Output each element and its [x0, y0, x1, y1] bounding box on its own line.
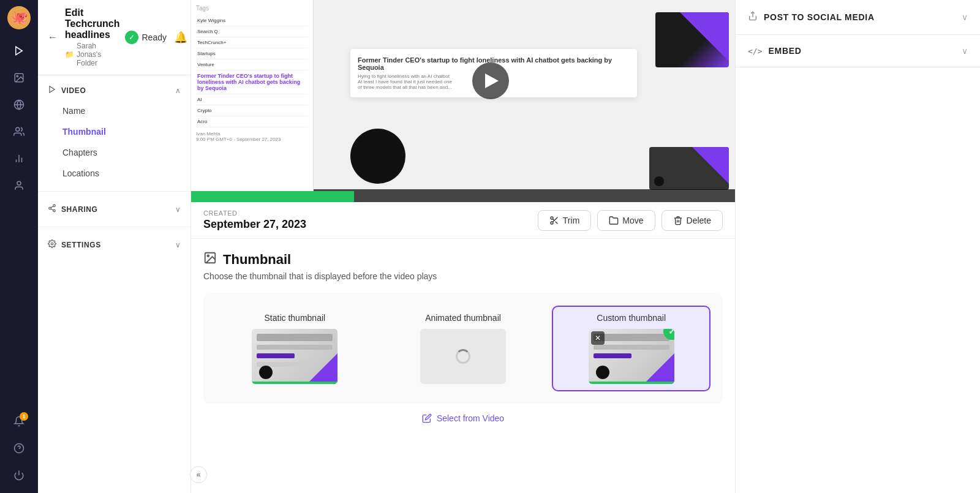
- custom-thumb-remove-button[interactable]: ✕: [591, 331, 605, 345]
- move-label: Move: [622, 216, 643, 225]
- svg-line-18: [51, 206, 53, 208]
- sidebar-icon-chart[interactable]: [7, 147, 31, 170]
- custom-thumbnail-option[interactable]: Custom thumbnail: [552, 306, 710, 391]
- thumbnail-subtitle: Choose the thumbnail that is displayed b…: [203, 271, 723, 281]
- static-thumbnail-preview: [252, 329, 337, 384]
- thumbnail-header: Thumbnail: [203, 251, 723, 268]
- sidebar-icon-power[interactable]: [7, 464, 31, 487]
- animated-thumbnail-label: Animated thumbnail: [425, 313, 501, 323]
- custom-thumbnail-preview: ✕ ✓: [589, 329, 674, 384]
- nav-item-locations[interactable]: Locations: [38, 163, 190, 184]
- folder-info: 📁 Sarah Jonas's Folder: [65, 42, 120, 67]
- nav-item-chapters[interactable]: Chapters: [38, 142, 190, 163]
- svg-marker-13: [50, 86, 55, 93]
- select-from-video-button[interactable]: Select from Video: [203, 404, 723, 433]
- svg-point-20: [551, 217, 553, 219]
- embed-chevron: ∨: [962, 46, 968, 56]
- created-date: September 27, 2023: [203, 218, 306, 231]
- svg-point-16: [53, 209, 56, 212]
- svg-point-26: [207, 255, 209, 257]
- settings-section-chevron: ∨: [175, 241, 181, 249]
- svg-point-2: [17, 75, 18, 77]
- sharing-section-label: SHARING: [61, 205, 98, 214]
- video-preview-area: Tags Kyle Wiggins Search Q TechCrunch+ S…: [191, 0, 735, 202]
- sharing-section-header[interactable]: SHARING ∨: [38, 199, 190, 219]
- static-thumbnail-option[interactable]: Static thumbnail: [216, 306, 374, 391]
- custom-circle: [596, 366, 609, 379]
- settings-section-icon: [48, 239, 56, 250]
- trim-button[interactable]: Trim: [538, 210, 591, 231]
- sidebar-icon-image[interactable]: [7, 66, 31, 89]
- thumbnail-section: Thumbnail Choose the thumbnail that is d…: [191, 239, 735, 493]
- static-thumbnail-label: Static thumbnail: [265, 313, 326, 323]
- trim-label: Trim: [563, 216, 579, 225]
- video-timeline[interactable]: [191, 191, 735, 202]
- custom-thumbnail-label: Custom thumbnail: [597, 313, 666, 323]
- sidebar-icon-person[interactable]: [7, 174, 31, 197]
- svg-line-24: [552, 219, 554, 220]
- embed-row[interactable]: </> EMBED ∨: [736, 35, 980, 67]
- video-article-preview: [655, 12, 729, 67]
- video-section-header[interactable]: VIDEO ∧: [38, 80, 190, 100]
- sidebar-icon-help[interactable]: [7, 437, 31, 460]
- post-social-icon: [748, 11, 758, 23]
- page-title: Edit Techcrunch headlines: [65, 7, 120, 40]
- ready-label: Ready: [142, 32, 167, 42]
- embed-label: EMBED: [768, 46, 801, 56]
- nav-section-sharing: SHARING ∨: [38, 194, 190, 224]
- svg-point-14: [53, 205, 56, 207]
- video-section-title-row: VIDEO: [48, 85, 86, 96]
- embed-icon: </>: [748, 47, 762, 56]
- settings-section-label: SETTINGS: [61, 241, 101, 249]
- custom-preview-inner: ✕: [589, 329, 674, 384]
- svg-point-9: [17, 181, 21, 185]
- notification-badge: 1: [20, 412, 28, 421]
- svg-line-23: [555, 221, 557, 224]
- avatar[interactable]: 🐙: [7, 6, 31, 29]
- video-right-area: Former Tinder CEO's startup to fight lon…: [314, 0, 735, 202]
- static-preview-inner: [252, 329, 337, 384]
- bell-button[interactable]: 🔔: [174, 31, 187, 44]
- svg-point-15: [49, 207, 51, 209]
- animated-thumbnail-option[interactable]: Animated thumbnail: [384, 306, 543, 391]
- delete-label: Delete: [687, 216, 711, 225]
- app-header: ← Edit Techcrunch headlines 📁 Sarah Jona…: [38, 0, 190, 75]
- video-dark-circle: [350, 129, 405, 184]
- thumbnail-title: Thumbnail: [223, 252, 291, 268]
- sidebar-icon-users[interactable]: [7, 120, 31, 143]
- post-social-section: POST TO SOCIAL MEDIA ∨: [736, 0, 980, 35]
- loading-spinner: [456, 349, 470, 364]
- back-button[interactable]: ←: [48, 32, 58, 43]
- nav-item-name[interactable]: Name: [38, 100, 190, 121]
- sidebar-icon-globe[interactable]: [7, 93, 31, 116]
- delete-button[interactable]: Delete: [662, 210, 723, 231]
- settings-section-title-row: SETTINGS: [48, 239, 101, 250]
- thumbnail-icon: [203, 251, 217, 268]
- video-action-buttons: Trim Move Delete: [538, 210, 723, 231]
- svg-line-17: [51, 209, 53, 210]
- move-button[interactable]: Move: [597, 210, 655, 231]
- collapse-nav-button[interactable]: «: [190, 466, 207, 483]
- settings-section-header[interactable]: SETTINGS ∨: [38, 235, 190, 255]
- main-area: Tags Kyle Wiggins Search Q TechCrunch+ S…: [191, 0, 980, 493]
- video-section-chevron: ∧: [175, 86, 181, 95]
- sidebar-icon-notification[interactable]: 1: [7, 410, 31, 433]
- video-section-icon: [48, 85, 56, 96]
- svg-point-19: [51, 243, 53, 245]
- folder-icon: 📁: [65, 50, 74, 59]
- static-green-bar: [252, 382, 337, 384]
- svg-point-5: [16, 127, 20, 131]
- video-actions-bar: CREATED September 27, 2023 Trim Move Del…: [191, 202, 735, 239]
- nav-item-thumbnail[interactable]: Thumbnail: [38, 121, 190, 142]
- post-social-label-row: POST TO SOCIAL MEDIA: [748, 11, 875, 23]
- post-social-row[interactable]: POST TO SOCIAL MEDIA ∨: [736, 0, 980, 34]
- center-panel: Tags Kyle Wiggins Search Q TechCrunch+ S…: [191, 0, 735, 493]
- nav-section-settings: SETTINGS ∨: [38, 230, 190, 260]
- static-purple-triangle: [307, 353, 337, 384]
- created-label: CREATED: [203, 209, 306, 217]
- right-panel: POST TO SOCIAL MEDIA ∨ </> EMBED ∨: [735, 0, 980, 493]
- svg-marker-0: [16, 47, 23, 55]
- ready-badge: ✓ Ready: [125, 31, 167, 44]
- sidebar-icon-play[interactable]: [7, 39, 31, 62]
- play-button[interactable]: [472, 62, 509, 99]
